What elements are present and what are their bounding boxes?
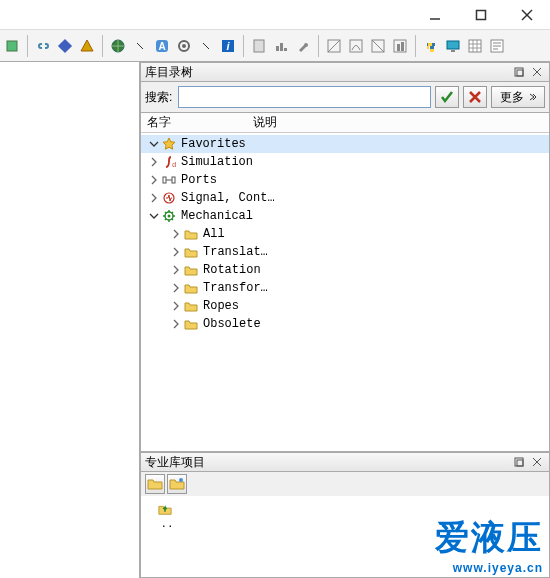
undock-icon[interactable] <box>511 64 527 80</box>
tree-node[interactable]: Translat… <box>141 243 549 261</box>
tool-gear-icon[interactable] <box>174 36 194 56</box>
watermark-small: www.iyeya.cn <box>435 561 543 575</box>
tree-body[interactable]: FavoritesdtSimulationPortsSignal, Cont…M… <box>141 133 549 451</box>
folder-icon <box>183 227 199 241</box>
chevron-right-icon[interactable] <box>147 193 161 203</box>
tool-arrow2-icon[interactable] <box>196 36 216 56</box>
svg-rect-25 <box>451 50 455 52</box>
search-input[interactable] <box>178 86 431 108</box>
tree-node[interactable]: Favorites <box>141 135 549 153</box>
node-label: Transfor… <box>203 281 268 295</box>
tool-box2-icon[interactable] <box>346 36 366 56</box>
node-label: Simulation <box>181 155 253 169</box>
library-body[interactable]: .. 爱液压 www.iyeya.cn <box>140 496 550 578</box>
svg-rect-28 <box>515 68 523 76</box>
tool-wrench-icon[interactable] <box>293 36 313 56</box>
svg-rect-32 <box>172 177 175 183</box>
tree-node[interactable]: Mechanical <box>141 207 549 225</box>
tool-link-icon[interactable] <box>33 36 53 56</box>
tool-info-icon[interactable]: i <box>218 36 238 56</box>
tool-box3-icon[interactable] <box>368 36 388 56</box>
watermark-big: 爱液压 <box>435 515 543 561</box>
tree-node[interactable]: Obsolete <box>141 315 549 333</box>
svg-rect-16 <box>280 43 283 51</box>
list-item[interactable]: .. <box>147 502 187 530</box>
node-label: Ropes <box>203 299 239 313</box>
svg-text:A: A <box>158 41 165 52</box>
window-titlebar <box>0 0 550 30</box>
chevron-right-icon[interactable] <box>169 229 183 239</box>
search-more-button[interactable]: 更多 <box>491 86 545 108</box>
library-panel-header: 专业库项目 <box>140 452 550 472</box>
chevron-down-icon[interactable] <box>147 211 161 221</box>
tool-doc1-icon[interactable] <box>249 36 269 56</box>
maximize-button[interactable] <box>458 0 504 30</box>
chevron-right-icon[interactable] <box>169 283 183 293</box>
gear-icon <box>161 209 177 223</box>
tool-grid-icon[interactable] <box>465 36 485 56</box>
folder-icon <box>183 299 199 313</box>
chevron-right-icon[interactable] <box>169 247 183 257</box>
tool-chart-icon[interactable] <box>271 36 291 56</box>
tool-arrow-icon[interactable] <box>130 36 150 56</box>
item-label: .. <box>160 518 173 530</box>
star-icon <box>161 137 177 151</box>
svg-rect-31 <box>163 177 166 183</box>
tool-monitor-icon[interactable] <box>443 36 463 56</box>
folder-up-icon <box>157 502 173 516</box>
node-label: Translat… <box>203 245 268 259</box>
folder-new-icon[interactable] <box>167 474 187 494</box>
tool-box4-icon[interactable] <box>390 36 410 56</box>
tree-container: 名字 说明 FavoritesdtSimulationPortsSignal, … <box>140 112 550 452</box>
more-label: 更多 <box>500 89 524 106</box>
node-label: Rotation <box>203 263 261 277</box>
undock-icon[interactable] <box>511 454 527 470</box>
tree-node[interactable]: All <box>141 225 549 243</box>
col-desc[interactable]: 说明 <box>247 114 283 131</box>
col-name[interactable]: 名字 <box>141 114 247 131</box>
tree-node[interactable]: Transfor… <box>141 279 549 297</box>
folder-icon <box>183 317 199 331</box>
minimize-button[interactable] <box>412 0 458 30</box>
content-area: 库目录树 搜索: 更多 名字 说明 FavoritesdtSimulationP… <box>0 62 550 578</box>
chevron-right-icon[interactable] <box>169 301 183 311</box>
folder-open-icon[interactable] <box>145 474 165 494</box>
tool-box1-icon[interactable] <box>324 36 344 56</box>
tree-node[interactable]: Rotation <box>141 261 549 279</box>
close-panel-icon[interactable] <box>529 64 545 80</box>
main-toolbar: A i <box>0 30 550 62</box>
chevron-down-icon[interactable] <box>147 139 161 149</box>
close-button[interactable] <box>504 0 550 30</box>
svg-rect-26 <box>469 40 481 52</box>
tree-panel-header: 库目录树 <box>140 62 550 82</box>
node-label: All <box>203 227 225 241</box>
tree-node[interactable]: Signal, Cont… <box>141 189 549 207</box>
tree-node[interactable]: dtSimulation <box>141 153 549 171</box>
tree-node[interactable]: Ropes <box>141 297 549 315</box>
tool-python-icon[interactable] <box>421 36 441 56</box>
tool-cone-icon[interactable] <box>77 36 97 56</box>
chevron-right-icon[interactable] <box>147 175 161 185</box>
search-clear-button[interactable] <box>463 86 487 108</box>
svg-rect-1 <box>477 10 486 19</box>
folder-icon <box>183 263 199 277</box>
tree-node[interactable]: Ports <box>141 171 549 189</box>
tool-cube-icon[interactable] <box>2 36 22 56</box>
svg-rect-38 <box>517 460 523 466</box>
tool-text-icon[interactable] <box>487 36 507 56</box>
close-panel-icon[interactable] <box>529 454 545 470</box>
svg-rect-22 <box>397 44 400 51</box>
tool-globe-icon[interactable] <box>108 36 128 56</box>
tool-app-icon[interactable]: A <box>152 36 172 56</box>
chevron-right-icon[interactable] <box>147 157 161 167</box>
tree-columns-header: 名字 说明 <box>141 113 549 133</box>
chevron-right-icon[interactable] <box>169 319 183 329</box>
tree-panel-title: 库目录树 <box>145 64 509 81</box>
tool-diamond-icon[interactable] <box>55 36 75 56</box>
svg-rect-17 <box>284 48 287 51</box>
search-ok-button[interactable] <box>435 86 459 108</box>
svg-text:dt: dt <box>172 161 176 169</box>
chevron-right-icon[interactable] <box>169 265 183 275</box>
node-label: Signal, Cont… <box>181 191 275 205</box>
svg-marker-6 <box>81 40 93 51</box>
